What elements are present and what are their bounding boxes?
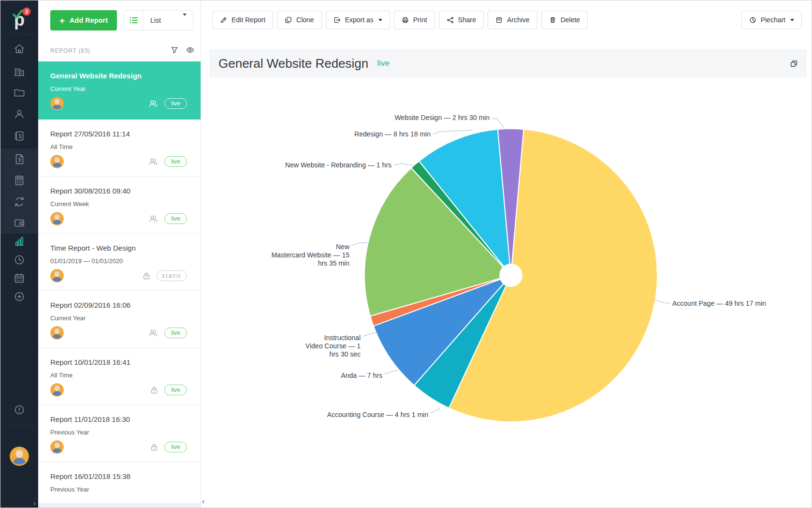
people-icon <box>149 158 159 165</box>
report-list-topbar: + Add Report List <box>38 0 201 40</box>
company-icon[interactable] <box>13 65 26 78</box>
share-icon <box>447 16 454 24</box>
panel-scrollbar[interactable] <box>38 503 201 508</box>
report-header: General Website Redesign live <box>209 49 807 78</box>
export-icon <box>334 16 341 24</box>
avatar <box>50 269 64 283</box>
svg-text:$: $ <box>18 157 21 163</box>
archive-button[interactable]: Archive <box>488 11 537 29</box>
expenses-icon[interactable] <box>13 174 26 187</box>
status-badge: live <box>164 98 187 109</box>
status-badge: live <box>164 156 187 167</box>
report-subtitle: 01/01/2019 — 01/01/2020 <box>50 257 187 265</box>
notification-count: 3 <box>25 9 28 15</box>
list-view-icon <box>124 11 144 30</box>
report-title: Report 10/01/2018 16:41 <box>50 358 187 366</box>
delete-button[interactable]: Delete <box>541 11 588 29</box>
report-title: Report 27/05/2016 11:14 <box>50 130 187 138</box>
filter-icon[interactable] <box>171 46 178 56</box>
home-icon[interactable] <box>13 43 26 55</box>
main-area: Edit Report Clone Export as Print <box>202 0 812 508</box>
sidebar: p 3 $ $ › <box>0 0 38 508</box>
panel-collapse-chevron-icon[interactable]: ‹ <box>202 497 204 505</box>
report-list-item[interactable]: Report 16/01/2018 15:38 Previous Year <box>38 462 201 508</box>
copy-icon[interactable] <box>790 60 798 68</box>
slice-label: hrs 30 sec <box>329 350 361 358</box>
report-title: Report 11/01/2018 16:30 <box>50 415 187 423</box>
slice-label: Video Course — 1 <box>305 342 361 350</box>
avatar <box>50 326 64 340</box>
slice-label: New Website - Rebranding — 1 hrs <box>285 161 392 169</box>
report-list-item[interactable]: Report 30/08/2016 09:40 Current Week liv… <box>38 177 201 234</box>
pie-chart-svg: Account Page — 49 hrs 17 minAccounting C… <box>208 78 812 508</box>
slice-label: Redesign — 8 hrs 18 min <box>354 130 431 138</box>
report-list-item[interactable]: Time Report - Web Design 01/01/2019 — 01… <box>38 234 201 291</box>
slice-label: Account Page — 49 hrs 17 min <box>672 299 766 307</box>
avatar <box>50 212 64 225</box>
app-logo[interactable]: p 3 <box>10 6 31 30</box>
slice-label: Instructional <box>324 334 361 342</box>
people-icon <box>149 100 159 107</box>
lock-icon <box>150 386 159 394</box>
print-button[interactable]: Print <box>394 11 435 29</box>
report-subtitle: All Time <box>50 143 187 150</box>
pie-center-hole <box>499 264 522 287</box>
time-icon[interactable] <box>13 254 26 266</box>
projects-icon[interactable] <box>13 87 26 99</box>
page-title: General Website Redesign <box>218 56 368 71</box>
report-list-item[interactable]: General Website Redesign Current Year li… <box>38 61 201 120</box>
plus-icon: + <box>59 16 65 25</box>
sidebar-divider <box>4 425 34 426</box>
report-title: Report 16/01/2018 15:38 <box>50 472 187 480</box>
report-list-header: REPORT (83) <box>38 40 201 61</box>
report-count-label: REPORT (83) <box>50 47 90 54</box>
user-avatar[interactable] <box>10 447 29 466</box>
report-subtitle: Current Week <box>50 200 187 208</box>
share-button[interactable]: Share <box>439 11 484 29</box>
recurring-icon[interactable] <box>13 195 26 208</box>
label-leader-line <box>352 242 368 245</box>
pencil-icon <box>220 16 227 24</box>
people-icon <box>149 215 159 223</box>
add-report-button[interactable]: + Add Report <box>50 10 117 30</box>
slice-label: Accounting Course — 4 hrs 1 min <box>327 411 428 418</box>
report-list-item[interactable]: Report 10/01/2018 16:41 All Time live <box>38 348 201 405</box>
label-leader-line <box>655 300 670 303</box>
status-badge: live <box>164 213 187 224</box>
sidebar-divider <box>4 34 34 34</box>
add-report-label: Add Report <box>70 16 108 24</box>
edit-report-button[interactable]: Edit Report <box>212 11 273 29</box>
slice-label: Anda — 7 hrs <box>341 372 382 379</box>
label-leader-line <box>431 409 440 413</box>
slice-label: hrs 35 min <box>318 259 349 267</box>
slice-label: New <box>336 243 350 251</box>
alerts-icon[interactable] <box>13 403 26 416</box>
trash-icon <box>549 16 556 24</box>
avatar <box>50 97 64 110</box>
chart-type-select[interactable]: Piechart <box>741 11 802 29</box>
avatar <box>50 440 64 454</box>
clone-button[interactable]: Clone <box>277 11 322 29</box>
report-title: Time Report - Web Design <box>50 244 187 252</box>
chevron-down-icon <box>378 19 382 21</box>
clients-icon[interactable] <box>13 108 26 120</box>
label-leader-line <box>363 333 377 336</box>
eye-icon[interactable] <box>186 46 194 56</box>
invoices-icon[interactable]: $ <box>13 130 26 142</box>
reports-icon[interactable] <box>13 235 26 248</box>
status-badge: live <box>164 385 187 395</box>
svg-text:$: $ <box>19 134 22 139</box>
piechart-icon <box>749 16 756 24</box>
export-as-button[interactable]: Export as <box>326 11 390 29</box>
report-list-item[interactable]: Report 11/01/2018 16:30 Previous Year li… <box>38 405 201 462</box>
estimates-icon[interactable]: $ <box>13 153 26 165</box>
report-list-item[interactable]: Report 02/09/2016 16:06 Current Year liv… <box>38 291 201 348</box>
add-icon[interactable] <box>13 290 26 303</box>
view-mode-select[interactable]: List <box>123 10 193 30</box>
sidebar-expand-chevron-icon[interactable]: › <box>33 499 36 507</box>
payments-icon[interactable] <box>13 217 26 229</box>
slice-label: Mastercard Website — 15 <box>271 251 349 259</box>
report-list-item[interactable]: Report 27/05/2016 11:14 All Time live <box>38 120 201 177</box>
archive-icon <box>495 16 503 24</box>
scheduler-icon[interactable] <box>13 272 26 284</box>
